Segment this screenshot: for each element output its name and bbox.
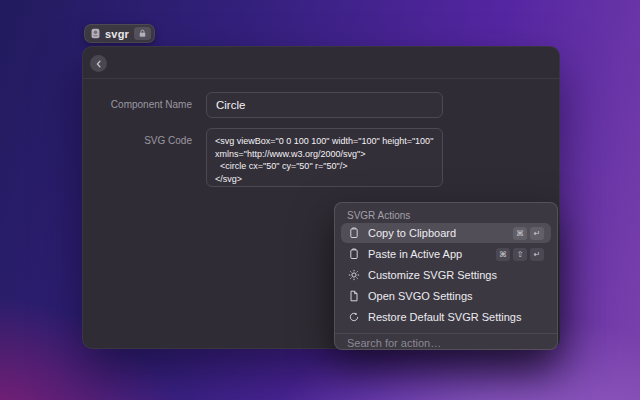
action-item-paste-in-active-app[interactable]: Paste in Active App ⌘ ⇧ ↵ [341,244,551,264]
back-button[interactable] [90,55,107,72]
action-item-label: Customize SVGR Settings [368,269,544,281]
chevron-left-icon [94,59,104,69]
header-divider [83,78,559,79]
shortcut-keys: ⌘ ⇧ ↵ [496,248,544,261]
svg-code-label: SVG Code [87,135,192,146]
desktop-background: svgr Component Name SVG Code <svg viewBo… [0,0,640,400]
action-item-restore-default-svgr-settings[interactable]: Restore Default SVGR Settings [341,307,551,327]
action-panel-title: SVGR Actions [347,210,410,221]
keycap-cmd: ⌘ [496,248,510,261]
component-name-input[interactable] [206,92,443,118]
lock-icon [138,29,147,38]
tab-title: svgr [105,28,129,40]
shortcut-keys: ⌘ ↵ [513,227,544,240]
action-item-open-svgo-settings[interactable]: Open SVGO Settings [341,286,551,306]
lock-button[interactable] [134,27,151,40]
gear-icon [348,269,360,281]
action-list: Copy to Clipboard ⌘ ↵ Paste in Active Ap… [341,223,551,333]
keycap-return: ↵ [530,227,544,240]
action-panel: SVGR Actions Copy to Clipboard ⌘ ↵ [334,202,558,350]
action-item-label: Copy to Clipboard [368,227,505,239]
component-name-label: Component Name [87,99,192,110]
clipboard-icon [348,248,360,260]
clipboard-icon [348,227,360,239]
svg-code-textarea[interactable]: <svg viewBox="0 0 100 100" width="100" h… [206,128,443,187]
action-search-input[interactable] [335,334,557,350]
restore-icon [348,311,360,323]
svgr-app-icon [91,28,100,39]
action-item-copy-to-clipboard[interactable]: Copy to Clipboard ⌘ ↵ [341,223,551,243]
action-item-label: Restore Default SVGR Settings [368,311,544,323]
document-icon [348,290,360,302]
window-tab-pill[interactable]: svgr [84,24,155,43]
keycap-return: ↵ [530,248,544,261]
action-item-label: Open SVGO Settings [368,290,544,302]
action-item-customize-svgr-settings[interactable]: Customize SVGR Settings [341,265,551,285]
action-item-label: Paste in Active App [368,248,488,260]
keycap-shift: ⇧ [513,248,527,261]
keycap-cmd: ⌘ [513,227,527,240]
